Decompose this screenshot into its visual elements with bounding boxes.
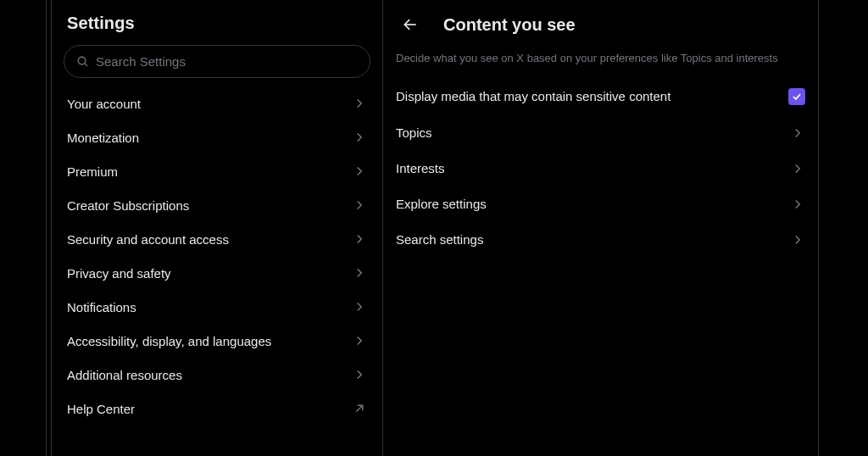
content-item-explore-settings[interactable]: Explore settings: [382, 186, 819, 222]
chevron-right-icon: [790, 232, 805, 247]
content-item-label: Explore settings: [396, 197, 487, 211]
search-icon: [76, 55, 89, 68]
sidebar-item-security-and-account-access[interactable]: Security and account access: [52, 222, 382, 256]
search-row: [52, 45, 382, 86]
sidebar-title: Settings: [52, 8, 382, 45]
content-item-label: Topics: [396, 125, 432, 140]
chevron-right-icon: [790, 197, 805, 212]
chevron-right-icon: [790, 161, 805, 176]
content-item-topics[interactable]: Topics: [382, 115, 819, 151]
sidebar-item-label: Additional resources: [67, 368, 182, 382]
sidebar-item-premium[interactable]: Premium: [52, 154, 382, 188]
chevron-right-icon: [352, 130, 367, 145]
content-item-label: Display media that may contain sensitive…: [396, 89, 670, 103]
content-pane: Content you see Decide what you see on X…: [382, 0, 819, 456]
chevron-right-icon: [352, 96, 367, 111]
content-item-interests[interactable]: Interests: [382, 151, 819, 186]
chevron-right-icon: [352, 299, 367, 314]
sidebar-item-additional-resources[interactable]: Additional resources: [52, 358, 382, 392]
content-item-sensitive-media[interactable]: Display media that may contain sensitive…: [382, 78, 819, 115]
chevron-right-icon: [352, 367, 367, 382]
back-button[interactable]: [396, 10, 425, 39]
search-input[interactable]: [96, 54, 358, 69]
sidebar-item-label: Help Center: [67, 402, 135, 416]
svg-point-0: [78, 57, 86, 64]
main-header: Content you see: [382, 7, 819, 42]
settings-sidebar: Settings Your account Moneti: [52, 0, 382, 456]
checkbox-checked-icon[interactable]: [788, 88, 805, 105]
chevron-right-icon: [790, 125, 805, 141]
settings-list: Your account Monetization Premium Creato…: [52, 86, 382, 425]
chevron-right-icon: [352, 231, 367, 247]
external-link-icon: [352, 401, 367, 416]
sidebar-item-privacy-and-safety[interactable]: Privacy and safety: [52, 256, 382, 290]
page-description: Decide what you see on X based on your p…: [382, 42, 819, 78]
sidebar-item-creator-subscriptions[interactable]: Creator Subscriptions: [52, 188, 382, 222]
chevron-right-icon: [352, 333, 367, 348]
svg-line-2: [356, 405, 363, 412]
sidebar-item-label: Privacy and safety: [67, 266, 171, 281]
sidebar-item-label: Accessibility, display, and languages: [67, 334, 271, 348]
chevron-right-icon: [352, 164, 367, 179]
sidebar-item-label: Monetization: [67, 131, 139, 145]
search-wrap[interactable]: [64, 45, 370, 78]
sidebar-item-help-center[interactable]: Help Center: [52, 392, 382, 425]
sidebar-item-label: Security and account access: [67, 232, 229, 247]
page-title: Content you see: [443, 15, 576, 35]
sidebar-item-your-account[interactable]: Your account: [52, 86, 382, 120]
sidebar-item-notifications[interactable]: Notifications: [52, 290, 382, 324]
chevron-right-icon: [352, 265, 367, 281]
sidebar-item-label: Premium: [67, 164, 118, 179]
sidebar-item-label: Creator Subscriptions: [67, 198, 189, 213]
sidebar-item-label: Your account: [67, 97, 141, 111]
sidebar-item-monetization[interactable]: Monetization: [52, 120, 382, 154]
sidebar-item-accessibility-display-and-languages[interactable]: Accessibility, display, and languages: [52, 324, 382, 358]
chevron-right-icon: [352, 197, 367, 213]
sidebar-item-label: Notifications: [67, 300, 136, 314]
content-item-search-settings[interactable]: Search settings: [382, 222, 819, 258]
content-item-label: Interests: [396, 161, 445, 175]
content-item-label: Search settings: [396, 232, 483, 247]
svg-line-1: [85, 64, 87, 66]
content-list: Display media that may contain sensitive…: [382, 78, 819, 258]
